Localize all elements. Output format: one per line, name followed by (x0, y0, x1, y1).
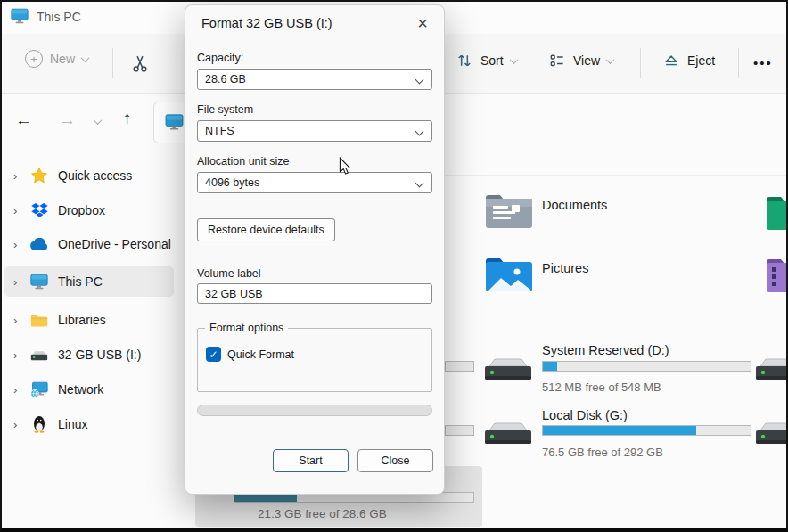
hidden-drive-bar-partial (445, 425, 474, 436)
format-dialog: Format 32 GB USB (I:) × Capacity: 28.6 G… (185, 4, 445, 495)
expand-chevron-icon[interactable]: › (13, 204, 21, 217)
eject-label: Eject (687, 53, 715, 68)
documents-folder-icon (484, 191, 534, 232)
linux-penguin-icon (32, 415, 46, 433)
drive-name[interactable]: System Reserved (D:) (542, 343, 669, 357)
back-button[interactable]: ← (15, 110, 32, 130)
toolbar-separator (738, 48, 739, 78)
folder-name[interactable]: Documents (542, 198, 607, 212)
folder-name[interactable]: Pictures (542, 261, 588, 275)
tab-label: This PC (37, 10, 81, 24)
dropbox-icon (31, 202, 48, 218)
drive-name[interactable]: Local Disk (G:) (542, 408, 628, 422)
scissors-icon (130, 53, 150, 73)
tab-this-pc[interactable]: This PC (11, 8, 81, 25)
view-label: View (573, 53, 600, 68)
capacity-label: Capacity: (197, 52, 243, 64)
expand-chevron-icon[interactable]: › (13, 275, 21, 289)
new-button[interactable]: + New (25, 50, 88, 68)
usb-free-space: 21.3 GB free of 28.6 GB (258, 507, 387, 520)
sidebar-item-libraries[interactable]: › Libraries (4, 305, 174, 335)
sidebar-item-onedrive[interactable]: › OneDrive - Personal (4, 229, 174, 259)
eject-button[interactable]: Eject (662, 52, 715, 70)
view-button[interactable]: View (548, 52, 613, 70)
chevron-down-icon (415, 76, 424, 85)
drive-icon (30, 348, 48, 362)
mouse-cursor (339, 157, 352, 176)
expand-chevron-icon[interactable]: › (13, 383, 21, 397)
star-icon (30, 167, 48, 184)
group-separator (443, 323, 788, 323)
format-progress-bar (197, 405, 432, 416)
volume-label-input[interactable] (197, 283, 432, 304)
chevron-down-icon (81, 53, 90, 62)
sidebar-item-dropbox[interactable]: › Dropbox (4, 195, 174, 225)
format-options-label: Format options (205, 322, 288, 334)
new-label: New (50, 52, 75, 66)
network-icon (30, 381, 48, 398)
sidebar-item-label: Linux (58, 417, 87, 431)
sidebar-item-label: OneDrive - Personal (58, 237, 171, 251)
filesystem-dropdown[interactable]: NTFS (197, 120, 432, 142)
format-options-group: Format options ✓ Quick Format (197, 328, 432, 392)
allocation-dropdown[interactable]: 4096 bytes (197, 172, 432, 193)
drive-usage-bar (542, 361, 751, 372)
expand-chevron-icon[interactable]: › (13, 169, 21, 183)
chevron-down-icon (606, 55, 615, 64)
expand-chevron-icon[interactable]: › (13, 348, 21, 362)
restore-defaults-button[interactable]: Restore device defaults (197, 218, 335, 241)
sidebar-item-linux[interactable]: › Linux (4, 409, 174, 439)
plus-icon: + (25, 50, 43, 68)
drive-usage-bar (542, 425, 751, 436)
hidden-drive-bar-partial (445, 361, 474, 372)
hard-drive-icon-partial[interactable] (753, 355, 788, 383)
toolbar-separator (640, 48, 641, 78)
documents-folder-item[interactable] (484, 191, 534, 235)
drive-free-space: 76.5 GB free of 292 GB (542, 446, 663, 459)
dialog-title: Format 32 GB USB (I:) (201, 16, 332, 30)
sidebar-item-label: Libraries (58, 313, 106, 327)
sort-button[interactable]: Sort (456, 52, 517, 70)
sidebar-item-label: This PC (58, 274, 103, 289)
pictures-folder-icon (484, 254, 534, 295)
drive-item-g[interactable] (482, 419, 534, 451)
folder-icon (30, 313, 48, 328)
hard-drive-icon-partial[interactable] (753, 419, 788, 447)
pictures-folder-item[interactable] (484, 254, 534, 299)
forward-button[interactable]: → (59, 110, 76, 130)
close-button[interactable]: Close (357, 449, 433, 472)
cut-button[interactable] (130, 53, 150, 77)
sort-label: Sort (480, 53, 504, 68)
drive-item-d[interactable] (482, 355, 534, 387)
sidebar-item-label: Dropbox (58, 203, 105, 217)
volume-label: Volume label (197, 267, 261, 280)
history-chevron-icon[interactable] (94, 116, 103, 125)
expand-chevron-icon[interactable]: › (13, 418, 21, 431)
sidebar-item-quick-access[interactable]: › Quick access (4, 160, 174, 191)
quick-format-checkbox[interactable]: ✓ (206, 347, 221, 362)
monitor-icon (11, 8, 29, 25)
close-icon[interactable]: × (408, 10, 437, 37)
start-button[interactable]: Start (273, 449, 349, 472)
sidebar-item-label: 32 GB USB (I:) (58, 348, 141, 362)
sidebar-item-network[interactable]: › Network (4, 374, 174, 405)
hard-drive-icon (482, 419, 534, 447)
allocation-label: Allocation unit size (197, 155, 290, 168)
chevron-down-icon (415, 127, 424, 136)
sidebar-item-label: Network (58, 382, 103, 397)
filesystem-value: NTFS (205, 125, 234, 137)
downloads-folder-icon-partial[interactable] (765, 192, 788, 237)
capacity-dropdown[interactable]: 28.6 GB (197, 69, 432, 90)
allocation-value: 4096 bytes (205, 176, 259, 189)
sidebar-item-usb-drive[interactable]: › 32 GB USB (I:) (4, 340, 174, 370)
up-button[interactable]: ↑ (123, 109, 132, 128)
filesystem-label: File system (197, 103, 253, 116)
videos-folder-icon-partial[interactable] (765, 255, 788, 299)
expand-chevron-icon[interactable]: › (13, 238, 21, 251)
expand-chevron-icon[interactable]: › (13, 314, 21, 327)
sidebar-item-this-pc[interactable]: › This PC (4, 266, 174, 297)
sidebar-item-label: Quick access (58, 168, 132, 183)
view-icon (548, 52, 566, 70)
quick-format-label: Quick Format (227, 348, 294, 361)
more-options-button[interactable]: ••• (753, 55, 773, 70)
